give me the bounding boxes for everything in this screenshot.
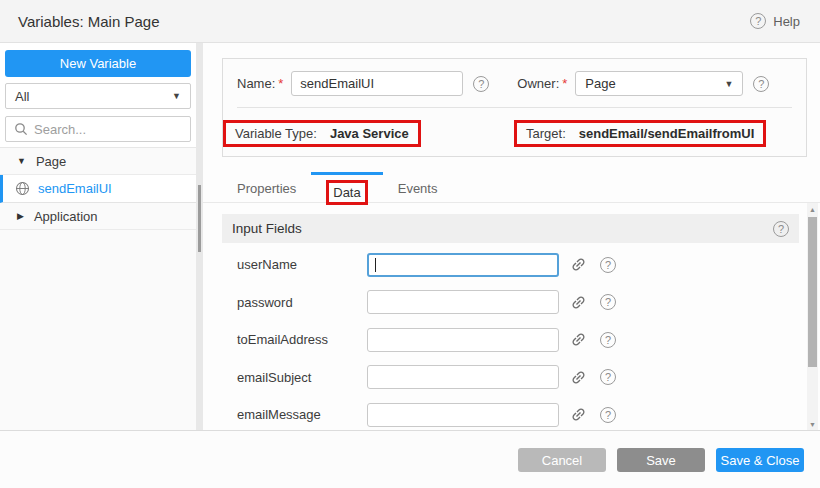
help-circle-icon: ?	[750, 13, 766, 29]
chevron-down-icon: ▼	[172, 91, 181, 101]
sidebar-scrollbar-thumb[interactable]	[198, 185, 201, 252]
page-title: Variables: Main Page	[18, 13, 159, 30]
field-label: emailSubject	[222, 370, 367, 385]
variable-type-annotation: Variable Type: Java Service	[223, 120, 421, 147]
name-owner-row: Name:* ? Owner:* Page ▼ ?	[223, 59, 806, 107]
username-input[interactable]	[367, 253, 559, 277]
caret-right-icon: ▶	[17, 211, 24, 221]
bind-link-icon[interactable]	[570, 256, 587, 273]
content-scrollbar-thumb[interactable]	[808, 217, 817, 367]
content-scrollbar[interactable]: ▲ ▼	[807, 203, 818, 430]
bind-link-icon[interactable]	[570, 331, 587, 348]
name-input[interactable]	[291, 71, 463, 96]
field-row-emailsubject: emailSubject ?	[222, 359, 799, 397]
text-cursor	[375, 258, 376, 272]
owner-selected-value: Page	[585, 76, 615, 91]
search-input[interactable]	[34, 122, 182, 137]
field-row-password: password ?	[222, 284, 799, 322]
toemailaddress-input[interactable]	[367, 328, 559, 352]
tree-item-application[interactable]: ▶ Application	[0, 203, 196, 230]
bind-link-icon[interactable]	[570, 369, 587, 386]
field-help-icon[interactable]: ?	[600, 332, 616, 348]
emailmessage-input[interactable]	[367, 403, 559, 427]
chevron-down-icon: ▼	[724, 79, 733, 89]
field-label: password	[222, 295, 367, 310]
action-footer: Cancel Save Save & Close	[0, 430, 820, 488]
new-variable-button[interactable]: New Variable	[5, 50, 191, 77]
field-label: userName	[222, 257, 367, 272]
search-box	[5, 116, 191, 142]
variable-filter-select[interactable]: All ▼	[5, 83, 191, 109]
type-target-row: Variable Type: Java Service Target: send…	[223, 108, 806, 154]
target-annotation: Target: sendEmail/sendEmailfromUI	[514, 120, 766, 147]
variable-type-value: Java Service	[330, 126, 409, 141]
bind-link-icon[interactable]	[570, 406, 587, 423]
variables-panel: Variables: Main Page ? Help New Variable…	[0, 0, 820, 488]
save-and-close-button[interactable]: Save & Close	[716, 448, 804, 472]
globe-icon	[15, 181, 30, 196]
name-help-icon[interactable]: ?	[473, 76, 489, 92]
variables-tree: ▼ Page sendEmailUI ▶ Application	[0, 147, 196, 430]
sidebar-divider	[196, 43, 203, 430]
owner-help-icon[interactable]: ?	[753, 76, 769, 92]
bind-link-icon[interactable]	[570, 294, 587, 311]
tab-events[interactable]: Events	[383, 172, 453, 202]
variable-summary-panel: Name:* ? Owner:* Page ▼ ? Variable Type:…	[222, 58, 807, 157]
field-help-icon[interactable]: ?	[600, 257, 616, 273]
owner-select[interactable]: Page ▼	[575, 71, 743, 96]
variable-detail-main: Name:* ? Owner:* Page ▼ ? Variable Type:…	[203, 43, 820, 430]
target-label: Target:	[526, 126, 566, 141]
field-label: emailMessage	[222, 407, 367, 422]
tab-data[interactable]: Data	[311, 172, 382, 202]
field-label: toEmailAddress	[222, 332, 367, 347]
input-fields-header: Input Fields ?	[222, 214, 799, 243]
password-input[interactable]	[367, 290, 559, 314]
tab-properties[interactable]: Properties	[222, 172, 311, 202]
target-value: sendEmail/sendEmailfromUI	[579, 126, 755, 141]
caret-down-icon: ▼	[17, 156, 26, 166]
tree-item-label: Application	[34, 209, 98, 224]
search-icon	[14, 122, 28, 136]
emailsubject-input[interactable]	[367, 365, 559, 389]
variable-type-label: Variable Type:	[235, 126, 317, 141]
tree-item-page[interactable]: ▼ Page	[0, 148, 196, 175]
save-button[interactable]: Save	[617, 448, 705, 472]
panel-body: New Variable All ▼ ▼ Page	[0, 43, 820, 430]
input-fields-help-icon[interactable]: ?	[773, 221, 789, 237]
field-row-username: userName ?	[222, 246, 799, 284]
scroll-down-arrow-icon[interactable]: ▼	[807, 418, 818, 430]
tree-item-label: sendEmailUI	[38, 181, 112, 196]
tree-item-sendemailui[interactable]: sendEmailUI	[0, 175, 196, 203]
variables-sidebar: New Variable All ▼ ▼ Page	[0, 43, 196, 430]
field-row-toemailaddress: toEmailAddress ?	[222, 321, 799, 359]
field-help-icon[interactable]: ?	[600, 369, 616, 385]
owner-label: Owner:*	[517, 76, 567, 91]
panel-header: Variables: Main Page ? Help	[0, 0, 820, 43]
input-fields-rows: userName ? password	[222, 246, 799, 434]
field-row-emailmessage: emailMessage ?	[222, 396, 799, 434]
field-help-icon[interactable]: ?	[600, 407, 616, 423]
cancel-button[interactable]: Cancel	[518, 448, 606, 472]
data-tab-content: Input Fields ? userName ?	[203, 203, 820, 430]
help-button[interactable]: ? Help	[750, 13, 800, 29]
field-help-icon[interactable]: ?	[600, 294, 616, 310]
scroll-up-arrow-icon[interactable]: ▲	[807, 203, 818, 215]
data-tab-annotation: Data	[326, 180, 367, 205]
filter-selected-value: All	[15, 89, 29, 104]
name-label: Name:*	[237, 76, 283, 91]
section-title: Input Fields	[232, 221, 302, 236]
detail-tabbar: Properties Data Events	[203, 172, 820, 203]
help-label: Help	[773, 14, 800, 29]
tree-item-label: Page	[36, 154, 66, 169]
